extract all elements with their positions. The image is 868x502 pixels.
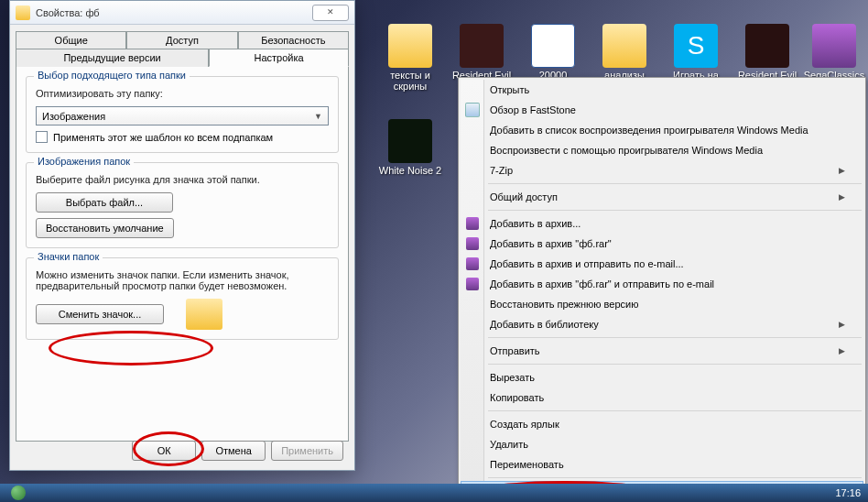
- menu-separator: [488, 477, 862, 478]
- desktop-icon[interactable]: анализы: [591, 24, 657, 81]
- menu-item[interactable]: Вырезать: [461, 367, 863, 387]
- group-folder-pictures: Изображения папок Выберите файл рисунка …: [26, 162, 339, 248]
- tab-security[interactable]: Безопасность: [238, 31, 349, 49]
- chevron-right-icon: ▶: [839, 166, 845, 175]
- app-icon: [460, 24, 504, 68]
- menu-item[interactable]: Восстановить прежнюю версию: [461, 294, 863, 314]
- restore-default-button[interactable]: Восстановить умолчание: [36, 218, 174, 238]
- desktop-icon[interactable]: Resident Evil: [449, 24, 515, 81]
- menu-item[interactable]: Открыть: [461, 80, 863, 100]
- group-folder-icons: Значки папок Можно изменить значок папки…: [26, 257, 339, 340]
- tab-general[interactable]: Общие: [16, 31, 126, 49]
- menu-item[interactable]: Отправить▶: [461, 341, 863, 361]
- group-folder-type: Выбор подходящего типа папки Оптимизиров…: [26, 76, 339, 153]
- menu-item[interactable]: Обзор в FastStone: [461, 100, 863, 120]
- desktop: тексты и скриныResident EvilW20000анализ…: [0, 0, 868, 484]
- menu-item[interactable]: Общий доступ▶: [461, 187, 863, 207]
- menu-item-label: Отправить: [490, 345, 540, 356]
- apply-subfolders-checkbox[interactable]: Применять этот же шаблон ко всем подпапк…: [36, 131, 329, 143]
- combo-value: Изображения: [42, 111, 105, 122]
- app-icon: W: [531, 24, 575, 68]
- choose-file-button[interactable]: Выбрать файл...: [36, 192, 173, 213]
- chevron-right-icon: ▶: [839, 192, 845, 202]
- change-icon-button[interactable]: Сменить значок...: [36, 304, 164, 324]
- desktop-icon[interactable]: SegaClassics: [801, 24, 867, 81]
- apply-button[interactable]: Применить: [271, 441, 343, 461]
- dialog-button-row: ОК Отмена Применить: [132, 441, 343, 461]
- menu-item[interactable]: Добавить в архив "фб.rar": [461, 234, 863, 254]
- menu-separator: [488, 210, 862, 211]
- menu-item-label: Вырезать: [490, 372, 535, 383]
- menu-item-label: Добавить в библиотеку: [490, 319, 599, 330]
- tab-customize[interactable]: Настройка: [209, 49, 349, 67]
- winrar-icon: [465, 216, 480, 231]
- menu-item[interactable]: Создать ярлык: [461, 414, 863, 434]
- menu-item-label: Добавить в архив "фб.rar" и отправить по…: [490, 278, 714, 289]
- menu-item[interactable]: Добавить в библиотеку▶: [461, 314, 863, 334]
- menu-item[interactable]: Удалить: [461, 434, 863, 454]
- desktop-icon[interactable]: W20000: [520, 24, 586, 81]
- start-orb-icon: [11, 486, 26, 500]
- winrar-icon: [465, 236, 480, 251]
- menu-item[interactable]: Воспроизвести с помощью проигрывателя Wi…: [461, 140, 863, 160]
- checkbox-icon: [36, 131, 48, 143]
- group-title-folder-icons: Значки папок: [34, 251, 103, 262]
- menu-item-label: Общий доступ: [490, 191, 558, 202]
- system-tray-clock[interactable]: 17:16: [828, 487, 868, 498]
- menu-separator: [488, 337, 862, 338]
- menu-item[interactable]: Добавить в список воспроизведения проигр…: [461, 120, 863, 140]
- desktop-icon[interactable]: тексты и скрины: [377, 24, 443, 92]
- desktop-icon[interactable]: Resident Evil: [734, 24, 800, 81]
- optimize-label: Оптимизировать эту папку:: [36, 88, 329, 99]
- menu-separator: [488, 364, 862, 365]
- app-icon: S: [674, 24, 718, 68]
- menu-item[interactable]: Переименовать: [461, 454, 863, 475]
- chevron-right-icon: ▶: [839, 346, 845, 355]
- menu-item[interactable]: Копировать: [461, 387, 863, 408]
- properties-dialog: Свойства: фб ✕ Общие Доступ Безопасность…: [9, 0, 355, 471]
- winrar-icon: [465, 277, 480, 291]
- dialog-titlebar[interactable]: Свойства: фб ✕: [10, 1, 354, 25]
- group-title-folder-type: Выбор подходящего типа папки: [34, 70, 190, 81]
- desktop-icon[interactable]: SИграть на: [663, 24, 729, 81]
- app-icon: [388, 119, 432, 163]
- menu-item[interactable]: 7-Zip▶: [461, 160, 863, 180]
- menu-item-label: Добавить в архив и отправить по e-mail..…: [490, 258, 684, 269]
- menu-item-label: Обзор в FastStone: [490, 104, 576, 115]
- menu-item-label: Открыть: [490, 84, 529, 95]
- menu-item-label: Воспроизвести с помощью проигрывателя Wi…: [490, 145, 763, 156]
- cancel-button[interactable]: Отмена: [201, 441, 266, 461]
- menu-item-label: 7-Zip: [490, 165, 513, 176]
- menu-item-label: Переименовать: [490, 459, 564, 470]
- menu-item-label: Копировать: [490, 392, 544, 403]
- menu-separator: [488, 410, 862, 411]
- app-icon: [745, 24, 789, 68]
- close-button[interactable]: ✕: [312, 5, 349, 21]
- menu-item[interactable]: Добавить в архив...: [461, 213, 863, 234]
- winrar-icon: [465, 256, 480, 271]
- menu-item[interactable]: Добавить в архив и отправить по e-mail..…: [461, 254, 863, 274]
- context-menu: ОткрытьОбзор в FastStoneДобавить в списо…: [458, 77, 866, 502]
- taskbar[interactable]: 17:16: [0, 484, 868, 502]
- folder-icon: [16, 5, 30, 20]
- folder-pictures-desc: Выберите файл рисунка для значка этой па…: [36, 174, 329, 185]
- menu-item[interactable]: Добавить в архив "фб.rar" и отправить по…: [461, 274, 863, 294]
- ok-button[interactable]: ОК: [132, 441, 196, 461]
- dialog-title: Свойства: фб: [36, 7, 312, 18]
- desktop-icon[interactable]: White Noise 2: [377, 119, 443, 176]
- app-icon: [812, 24, 856, 68]
- tab-content: Выбор подходящего типа папки Оптимизиров…: [16, 66, 349, 442]
- optimize-combo[interactable]: Изображения ▼: [36, 106, 329, 126]
- tab-strip: Общие Доступ Безопасность Предыдущие вер…: [10, 25, 354, 66]
- app-icon: [388, 24, 432, 68]
- menu-separator: [488, 183, 862, 184]
- tab-previous-versions[interactable]: Предыдущие версии: [16, 49, 209, 67]
- menu-item-label: Добавить в список воспроизведения проигр…: [490, 125, 808, 136]
- chevron-right-icon: ▶: [839, 320, 845, 329]
- start-button[interactable]: [0, 484, 37, 502]
- folder-icons-desc: Можно изменить значок папки. Если измени…: [36, 269, 329, 291]
- menu-item-label: Создать ярлык: [490, 419, 559, 430]
- app-icon: [602, 24, 646, 68]
- tab-sharing[interactable]: Доступ: [126, 31, 237, 49]
- menu-item-label: Удалить: [490, 439, 528, 450]
